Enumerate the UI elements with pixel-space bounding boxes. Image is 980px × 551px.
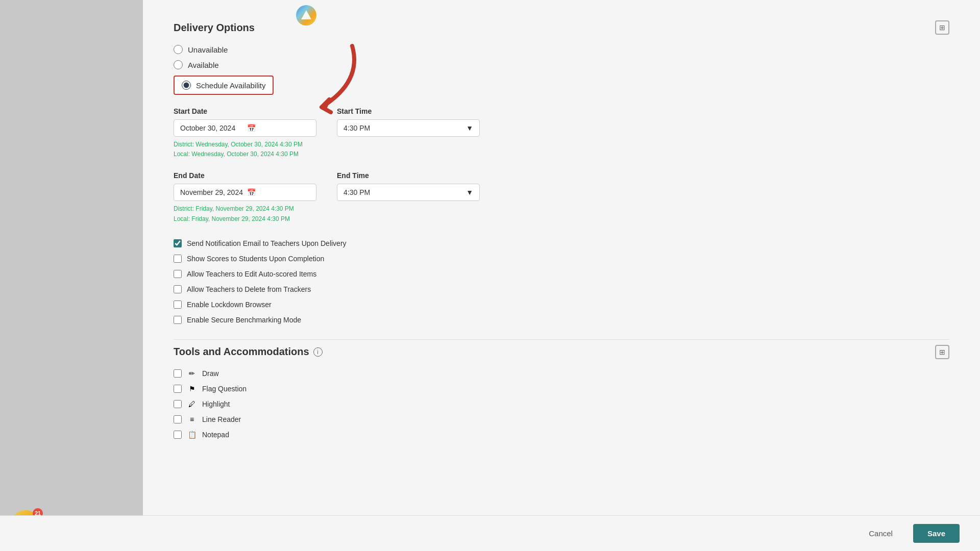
start-date-label: Start Date [174, 107, 316, 115]
tool-notepad-checkbox[interactable] [174, 431, 182, 439]
checkbox-show-scores-input[interactable] [174, 255, 182, 263]
end-local-info: Local: Friday, November 29, 2024 4:30 PM [174, 214, 949, 224]
tool-notepad[interactable]: 📋 Notepad [174, 431, 949, 439]
checkbox-secure-bench-label: Enable Secure Benchmarking Mode [187, 316, 301, 324]
checkbox-notify[interactable]: Send Notification Email to Teachers Upon… [174, 239, 949, 247]
start-time-chevron-icon: ▼ [466, 124, 473, 132]
tools-expand-icon[interactable]: ⊞ [935, 345, 949, 359]
checkbox-notify-label: Send Notification Email to Teachers Upon… [187, 239, 347, 247]
checkboxes-section: Send Notification Email to Teachers Upon… [174, 239, 949, 324]
tool-line-reader[interactable]: ≡ Line Reader [174, 415, 949, 423]
delivery-options-title: Delivery Options [174, 22, 255, 34]
tools-section-title: Tools and Accommodations [174, 346, 309, 358]
end-date-time-row: End Date November 29, 2024 📅 End Time 4:… [174, 171, 949, 201]
checkbox-allow-delete-input[interactable] [174, 285, 182, 293]
end-date-calendar-icon[interactable]: 📅 [247, 188, 310, 196]
start-time-label: Start Time [337, 107, 480, 115]
radio-available[interactable] [174, 60, 183, 69]
tools-section-header: Tools and Accommodations i ⊞ [174, 339, 949, 359]
tool-line-reader-label: Line Reader [202, 415, 241, 423]
radio-group: Unavailable Available Schedule Availabil… [174, 45, 949, 95]
cancel-button[interactable]: Cancel [856, 524, 905, 543]
end-date-section: End Date November 29, 2024 📅 End Time 4:… [174, 171, 949, 223]
tool-flag-checkbox[interactable] [174, 385, 182, 393]
tool-draw[interactable]: ✏ Draw [174, 369, 949, 378]
end-time-label: End Time [337, 171, 480, 180]
checkbox-secure-bench[interactable]: Enable Secure Benchmarking Mode [174, 316, 949, 324]
draw-icon: ✏ [187, 369, 197, 378]
tool-highlight-label: Highlight [202, 400, 230, 408]
top-logo [286, 0, 327, 31]
checkbox-lockdown-input[interactable] [174, 300, 182, 309]
save-button[interactable]: Save [913, 524, 960, 543]
radio-item-schedule[interactable]: Schedule Availability [174, 76, 274, 95]
bottom-bar: Cancel Save [0, 515, 980, 551]
end-date-input[interactable]: November 29, 2024 📅 [174, 184, 316, 201]
radio-item-unavailable[interactable]: Unavailable [174, 45, 949, 54]
top-logo-circle [296, 5, 316, 26]
start-date-value: October 30, 2024 [180, 124, 243, 132]
end-date-label: End Date [174, 171, 316, 180]
tool-draw-checkbox[interactable] [174, 369, 182, 378]
panel: Delivery Options ⊞ Unavailable Available [143, 0, 980, 551]
checkbox-lockdown[interactable]: Enable Lockdown Browser [174, 300, 949, 309]
main-content: 21 Delivery Options ⊞ [0, 0, 980, 551]
start-date-time-row: Start Date October 30, 2024 📅 Start Time… [174, 107, 949, 137]
start-time-value: 4:30 PM [344, 124, 370, 132]
delivery-options-expand-icon[interactable]: ⊞ [935, 20, 949, 35]
tool-line-reader-checkbox[interactable] [174, 415, 182, 423]
line-reader-icon: ≡ [187, 415, 197, 423]
radio-available-label: Available [188, 61, 219, 69]
checkbox-allow-edit[interactable]: Allow Teachers to Edit Auto-scored Items [174, 270, 949, 278]
start-local-info: Local: Wednesday, October 30, 2024 4:30 … [174, 149, 949, 159]
end-date-value: November 29, 2024 [180, 188, 243, 196]
svg-marker-3 [301, 10, 311, 19]
tool-highlight[interactable]: 🖊 Highlight [174, 400, 949, 408]
checkbox-allow-edit-label: Allow Teachers to Edit Auto-scored Items [187, 270, 316, 278]
end-district-info: District: Friday, November 29, 2024 4:30… [174, 204, 949, 214]
start-date-calendar-icon[interactable]: 📅 [247, 124, 310, 132]
start-time-group: Start Time 4:30 PM ▼ [337, 107, 480, 137]
start-date-input[interactable]: October 30, 2024 📅 [174, 119, 316, 137]
content-area: Delivery Options ⊞ Unavailable Available [174, 20, 949, 439]
radio-unavailable[interactable] [174, 45, 183, 54]
checkbox-allow-delete[interactable]: Allow Teachers to Delete from Trackers [174, 285, 949, 293]
tools-title-group: Tools and Accommodations i [174, 346, 323, 358]
checkbox-lockdown-label: Enable Lockdown Browser [187, 300, 272, 309]
end-time-chevron-icon: ▼ [466, 188, 473, 196]
sidebar [0, 0, 143, 551]
checkbox-allow-delete-label: Allow Teachers to Delete from Trackers [187, 285, 311, 293]
radio-schedule-label: Schedule Availability [196, 81, 265, 90]
end-timezone-info: District: Friday, November 29, 2024 4:30… [174, 204, 949, 223]
radio-unavailable-label: Unavailable [188, 45, 228, 54]
tool-flag-label: Flag Question [202, 385, 247, 393]
start-district-info: District: Wednesday, October 30, 2024 4:… [174, 140, 949, 149]
flag-icon: ⚑ [187, 385, 197, 393]
start-date-section: Start Date October 30, 2024 📅 Start Time… [174, 107, 949, 159]
tools-info-icon[interactable]: i [313, 347, 323, 357]
notepad-icon: 📋 [187, 431, 197, 439]
end-time-group: End Time 4:30 PM ▼ [337, 171, 480, 201]
end-time-value: 4:30 PM [344, 188, 370, 196]
start-date-group: Start Date October 30, 2024 📅 [174, 107, 316, 137]
start-timezone-info: District: Wednesday, October 30, 2024 4:… [174, 140, 949, 159]
tools-checkboxes: ✏ Draw ⚑ Flag Question 🖊 Highlight ≡ Lin… [174, 369, 949, 439]
checkbox-show-scores-label: Show Scores to Students Upon Completion [187, 255, 324, 263]
highlight-icon: 🖊 [187, 400, 197, 408]
tool-notepad-label: Notepad [202, 431, 229, 439]
tool-flag[interactable]: ⚑ Flag Question [174, 385, 949, 393]
radio-schedule[interactable] [182, 81, 191, 90]
tool-draw-label: Draw [202, 369, 219, 378]
tool-highlight-checkbox[interactable] [174, 400, 182, 408]
end-time-select[interactable]: 4:30 PM ▼ [337, 184, 480, 201]
end-date-group: End Date November 29, 2024 📅 [174, 171, 316, 201]
checkbox-notify-input[interactable] [174, 239, 182, 247]
checkbox-secure-bench-input[interactable] [174, 316, 182, 324]
checkbox-allow-edit-input[interactable] [174, 270, 182, 278]
start-time-select[interactable]: 4:30 PM ▼ [337, 119, 480, 137]
radio-item-available[interactable]: Available [174, 60, 949, 69]
checkbox-show-scores[interactable]: Show Scores to Students Upon Completion [174, 255, 949, 263]
